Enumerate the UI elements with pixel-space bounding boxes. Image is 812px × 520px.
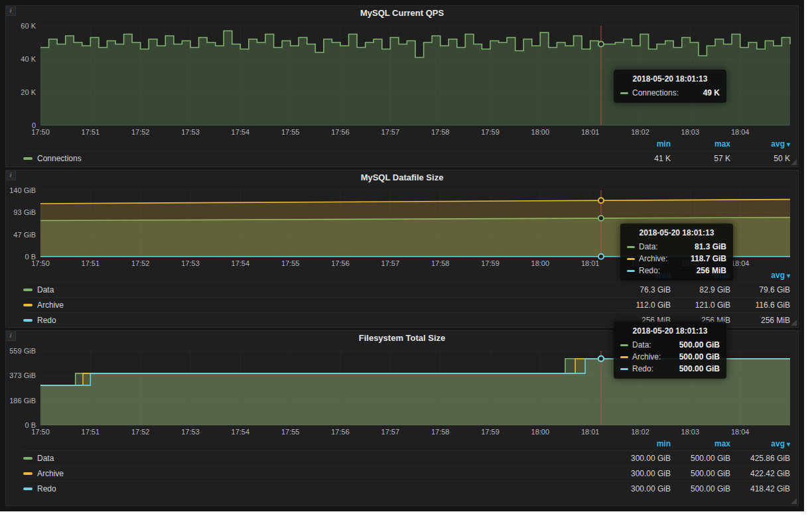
panel-info-icon[interactable]: i (6, 6, 16, 16)
legend-series-toggle[interactable]: Archive (23, 300, 611, 310)
x-axis-tick-label: 17:56 (331, 128, 350, 136)
y-axis-tick-label: 140 GiB (9, 186, 36, 194)
y-axis-tick-label: 93 GiB (13, 208, 36, 216)
x-axis-tick-label: 17:53 (181, 428, 200, 436)
legend-series-toggle[interactable]: Archive (23, 469, 611, 478)
legend-value-min: 300.00 GiB (611, 454, 671, 463)
legend-value-min: 300.00 GiB (611, 469, 671, 478)
x-axis-tick-label: 18:00 (531, 428, 550, 436)
y-axis-tick-label: 373 GiB (9, 371, 36, 379)
legend-value-min: 112.0 GiB (611, 300, 671, 310)
x-axis-tick-label: 17:53 (181, 128, 200, 136)
chart-svg[interactable]: 0 B47 GiB93 GiB140 GiB17:5017:5117:5217:… (6, 185, 798, 269)
legend-header-min[interactable]: min (611, 439, 671, 448)
legend-series-name: Redo (37, 316, 56, 325)
legend-series-toggle[interactable]: Data (23, 454, 611, 463)
y-axis-tick-label: 559 GiB (9, 347, 36, 355)
chart-svg[interactable]: 020 K40 K60 K17:5017:5117:5217:5317:5417… (6, 21, 798, 137)
x-axis-tick-label: 18:04 (731, 428, 750, 436)
chart-area[interactable]: 0 B47 GiB93 GiB140 GiB17:5017:5117:5217:… (6, 185, 798, 269)
legend-series-name: Redo (37, 484, 56, 493)
series-hover-marker (598, 254, 604, 259)
series-color-swatch-icon (23, 487, 33, 490)
panel-info-icon[interactable]: i (6, 331, 16, 341)
x-axis-tick-label: 17:50 (31, 259, 50, 267)
x-axis-tick-label: 17:55 (281, 259, 300, 267)
x-axis-tick-label: 17:59 (481, 259, 500, 267)
panel-resize-handle-icon[interactable] (791, 320, 797, 326)
legend-series-toggle[interactable]: Connections (23, 154, 611, 163)
panel-title[interactable]: MySQL Datafile Size (6, 170, 798, 185)
y-axis-tick-label: 60 K (21, 22, 36, 30)
x-axis-tick-label: 17:50 (31, 428, 50, 436)
legend-header-min[interactable]: min (611, 271, 671, 280)
y-axis-tick-label: 20 K (21, 88, 36, 96)
series-area-archive (40, 200, 790, 257)
x-axis-tick-label: 18:02 (631, 259, 649, 267)
legend-row: Data300.00 GiB500.00 GiB425.86 GiB (23, 450, 790, 466)
legend-series-name: Archive (37, 469, 64, 478)
legend-header-max[interactable]: max (671, 439, 730, 448)
x-axis-tick-label: 18:04 (731, 128, 750, 136)
legend-header-max[interactable]: max (671, 139, 730, 149)
x-axis-tick-label: 17:52 (131, 428, 150, 436)
series-color-swatch-icon (23, 304, 33, 306)
x-axis-tick-label: 18:02 (631, 128, 649, 136)
caret-down-icon: ▾ (787, 272, 790, 279)
y-axis-tick-label: 47 GiB (13, 231, 36, 239)
legend-row: Archive112.0 GiB121.0 GiB116.6 GiB (23, 297, 790, 312)
legend-value-min: 300.00 GiB (611, 484, 671, 493)
legend-row: Redo256 MiB256 MiB256 MiB (23, 312, 790, 328)
legend: minmaxavg▾Data300.00 GiB500.00 GiB425.86… (6, 437, 798, 497)
chart-area[interactable]: 020 K40 K60 K17:5017:5117:5217:5317:5417… (6, 21, 798, 137)
legend-value-avg: 50 K (730, 154, 790, 163)
legend-series-name: Connections (37, 154, 82, 163)
x-axis-tick-label: 18:01 (581, 128, 600, 136)
legend-value-max: 500.00 GiB (671, 469, 730, 478)
x-axis-tick-label: 17:59 (481, 428, 500, 436)
legend-row: Connections41 K57 K50 K (23, 151, 790, 166)
legend-header: minmaxavg▾ (23, 137, 790, 151)
legend: minmaxavg▾Data76.3 GiB82.9 GiB79.6 GiBAr… (6, 269, 798, 329)
legend-value-max: 500.00 GiB (671, 484, 730, 493)
x-axis-tick-label: 17:51 (82, 428, 100, 436)
x-axis-tick-label: 17:58 (431, 128, 450, 136)
grafana-dashboard: i MySQL Current QPS 020 K40 K60 K17:5017… (0, 0, 804, 511)
legend-value-max: 256 MiB (671, 316, 730, 325)
panel-title[interactable]: MySQL Current QPS (6, 6, 798, 21)
panel-resize-handle-icon[interactable] (791, 159, 797, 165)
x-axis-tick-label: 17:50 (31, 128, 50, 136)
legend-header-max[interactable]: max (671, 271, 730, 280)
x-axis-tick-label: 17:59 (481, 128, 500, 136)
legend-header-avg[interactable]: avg▾ (730, 139, 790, 149)
chart-area[interactable]: 0 B186 GiB373 GiB559 GiB17:5017:5117:521… (6, 346, 798, 437)
legend-value-avg: 422.42 GiB (730, 469, 790, 478)
series-hover-marker (598, 198, 604, 203)
panel-resize-handle-icon[interactable] (791, 498, 797, 504)
panel-filesystem-total-size: i Filesystem Total Size 0 B186 GiB373 Gi… (5, 330, 799, 506)
legend-header-min[interactable]: min (611, 139, 671, 149)
series-hover-marker (598, 356, 604, 361)
caret-down-icon: ▾ (787, 440, 790, 448)
y-axis-tick-label: 40 K (21, 55, 36, 63)
legend-value-max: 121.0 GiB (671, 300, 730, 310)
x-axis-tick-label: 17:58 (431, 259, 450, 267)
panel-title[interactable]: Filesystem Total Size (6, 331, 798, 346)
x-axis-tick-label: 17:55 (281, 128, 300, 136)
legend-header-avg[interactable]: avg▾ (730, 271, 790, 280)
legend-series-toggle[interactable]: Data (23, 285, 611, 294)
legend-header: minmaxavg▾ (23, 269, 790, 282)
x-axis-tick-label: 17:51 (82, 259, 100, 267)
x-axis-tick-label: 17:56 (331, 428, 350, 436)
x-axis-tick-label: 17:57 (381, 128, 400, 136)
legend-series-toggle[interactable]: Redo (23, 484, 611, 493)
legend-series-name: Data (37, 285, 54, 294)
x-axis-tick-label: 18:03 (681, 259, 700, 267)
panel-info-icon[interactable]: i (6, 170, 16, 180)
legend-header-avg[interactable]: avg▾ (730, 439, 790, 448)
chart-svg[interactable]: 0 B186 GiB373 GiB559 GiB17:5017:5117:521… (6, 346, 798, 437)
x-axis-tick-label: 17:57 (381, 259, 400, 267)
x-axis-tick-label: 17:55 (281, 428, 300, 436)
legend-series-toggle[interactable]: Redo (23, 316, 611, 325)
x-axis-tick-label: 17:54 (232, 259, 250, 267)
